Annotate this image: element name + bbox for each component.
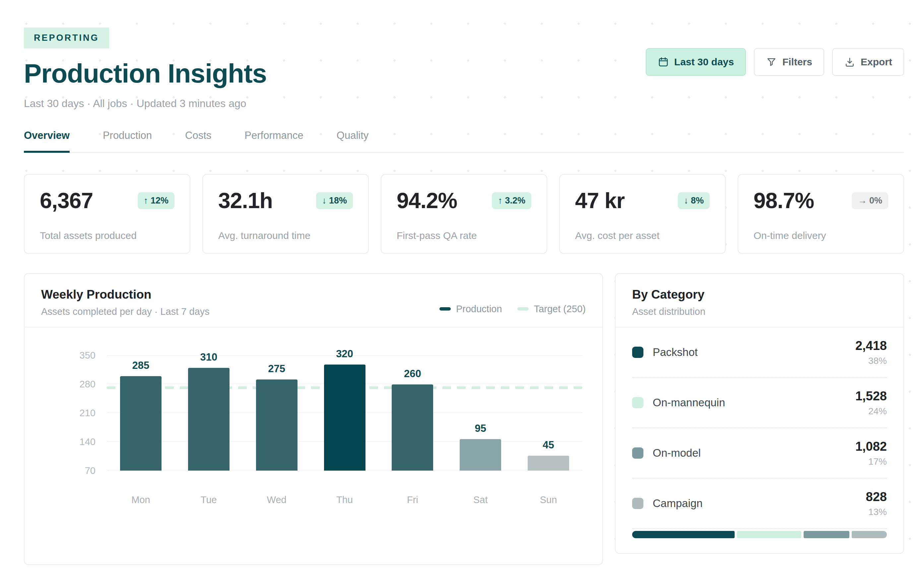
bar-column-wed: 275 <box>243 355 311 471</box>
export-label: Export <box>861 56 892 68</box>
by-category-header: By Category Asset distribution <box>615 274 903 328</box>
category-value: 828 <box>866 490 887 504</box>
production-insights-page: REPORTING Production Insights Last 30 da… <box>0 0 924 565</box>
kpi-top: 6,367 ↑ 12% <box>40 188 174 213</box>
kpi-top: 32.1h ↓ 18% <box>218 188 353 213</box>
filters-button[interactable]: Filters <box>754 48 824 76</box>
kpi-value: 98.7% <box>753 188 814 213</box>
x-tick-sun: Sun <box>514 494 582 505</box>
category-swatch <box>632 397 643 408</box>
kpi-top: 47 kr ↓ 8% <box>575 188 710 213</box>
kpi-card-qa-rate: 94.2% ↑ 3.2% First-pass QA rate <box>381 174 547 254</box>
page-title: Production Insights <box>24 58 267 89</box>
bar-value-label: 275 <box>268 363 285 375</box>
category-list: Packshot 2,418 38% On-mannequin 1,528 24… <box>615 328 903 538</box>
bar-column-mon: 285 <box>107 355 175 471</box>
kpi-label: Avg. cost per asset <box>575 230 710 241</box>
bar-column-thu: 320 <box>311 355 379 471</box>
y-tick-label: 350 <box>80 350 95 361</box>
reporting-badge: REPORTING <box>24 27 109 48</box>
kpi-card-cost-per-asset: 47 kr ↓ 8% Avg. cost per asset <box>559 174 726 254</box>
category-right: 2,418 38% <box>855 339 887 366</box>
header-actions: Last 30 days Filters Export <box>646 48 904 76</box>
by-category-titles: By Category Asset distribution <box>632 288 706 327</box>
tab-overview[interactable]: Overview <box>24 129 70 152</box>
tab-performance[interactable]: Performance <box>244 129 303 152</box>
by-category-title: By Category <box>632 288 706 301</box>
export-button[interactable]: Export <box>832 48 904 76</box>
tab-bar: Overview Production Costs Performance Qu… <box>24 129 904 153</box>
distribution-segment-on-mannequin <box>737 531 802 538</box>
bar-chart-region: 350 280 210 140 70 <box>25 328 602 505</box>
chart-legend: Production Target (250) <box>440 288 586 327</box>
kpi-card-total-assets: 6,367 ↑ 12% Total assets produced <box>24 174 190 254</box>
category-value: 1,082 <box>855 440 887 454</box>
tab-production[interactable]: Production <box>103 129 152 152</box>
plot-row: 350 280 210 140 70 <box>25 355 582 471</box>
category-swatch <box>632 347 643 358</box>
filter-icon <box>766 56 777 68</box>
by-category-panel: By Category Asset distribution Packshot … <box>615 273 904 554</box>
category-left: On-model <box>632 447 701 459</box>
date-range-label: Last 30 days <box>674 56 734 68</box>
bar-sat[interactable]: 95 <box>460 439 501 471</box>
kpi-card-on-time: 98.7% → 0% On-time delivery <box>737 174 904 254</box>
bar-value-label: 260 <box>404 368 421 380</box>
x-tick-tue: Tue <box>175 494 243 505</box>
y-tick-label: 210 <box>80 408 95 419</box>
weekly-production-panel: Weekly Production Assets completed per d… <box>24 273 603 565</box>
bar-column-sun: 45 <box>514 355 582 471</box>
x-tick-fri: Fri <box>378 494 446 505</box>
bar-value-label: 320 <box>336 348 353 360</box>
bar-value-label: 45 <box>543 439 554 451</box>
distribution-segment-campaign <box>852 531 887 538</box>
weekly-production-titles: Weekly Production Assets completed per d… <box>41 288 210 327</box>
kpi-row: 6,367 ↑ 12% Total assets produced 32.1h … <box>24 174 904 254</box>
header-left: REPORTING Production Insights Last 30 da… <box>24 27 267 110</box>
category-percent: 17% <box>855 456 887 467</box>
page-header: REPORTING Production Insights Last 30 da… <box>24 27 904 110</box>
bar-thu[interactable]: 320 <box>324 364 365 471</box>
calendar-icon <box>658 56 669 68</box>
category-swatch <box>632 448 643 459</box>
bar-chart-plot: 285 310 275 <box>107 355 582 471</box>
kpi-value: 32.1h <box>218 188 273 213</box>
kpi-label: Avg. turnaround time <box>218 230 353 241</box>
y-tick-label: 280 <box>80 379 95 390</box>
panels-row: Weekly Production Assets completed per d… <box>24 273 904 565</box>
production-legend-swatch <box>440 307 451 311</box>
category-percent: 13% <box>866 507 887 517</box>
tab-quality[interactable]: Quality <box>337 129 369 152</box>
bar-columns: 285 310 275 <box>107 355 582 471</box>
by-category-subtitle: Asset distribution <box>632 306 706 317</box>
bar-sun[interactable]: 45 <box>528 456 569 471</box>
tab-costs[interactable]: Costs <box>185 129 211 152</box>
category-row-on-mannequin[interactable]: On-mannequin 1,528 24% <box>632 378 887 428</box>
category-label: On-mannequin <box>653 396 725 409</box>
x-tick-thu: Thu <box>311 494 379 505</box>
category-row-on-model[interactable]: On-model 1,082 17% <box>632 428 887 479</box>
kpi-value: 6,367 <box>40 188 93 213</box>
category-left: Campaign <box>632 497 702 510</box>
x-tick-wed: Wed <box>243 494 311 505</box>
x-axis: Mon Tue Wed Thu Fri Sat Sun <box>107 494 582 505</box>
kpi-label: First-pass QA rate <box>397 230 531 241</box>
legend-item-production: Production <box>440 304 502 314</box>
bar-wed[interactable]: 275 <box>256 380 297 471</box>
category-row-campaign[interactable]: Campaign 828 13% <box>632 479 887 529</box>
category-value: 1,528 <box>855 389 887 403</box>
y-tick-label: 140 <box>80 437 95 448</box>
category-row-packshot[interactable]: Packshot 2,418 38% <box>632 328 887 378</box>
category-distribution-bar <box>632 531 887 538</box>
page-subtitle: Last 30 days · All jobs · Updated 3 minu… <box>24 98 267 110</box>
bar-fri[interactable]: 260 <box>392 385 433 471</box>
category-left: On-mannequin <box>632 396 725 409</box>
bar-mon[interactable]: 285 <box>120 376 161 471</box>
category-value: 2,418 <box>855 339 887 353</box>
bar-column-tue: 310 <box>175 355 243 471</box>
kpi-delta-badge: ↑ 12% <box>138 192 174 209</box>
bar-tue[interactable]: 310 <box>188 368 229 471</box>
date-range-button[interactable]: Last 30 days <box>646 48 746 76</box>
category-label: On-model <box>653 447 701 459</box>
kpi-label: Total assets produced <box>40 230 174 241</box>
